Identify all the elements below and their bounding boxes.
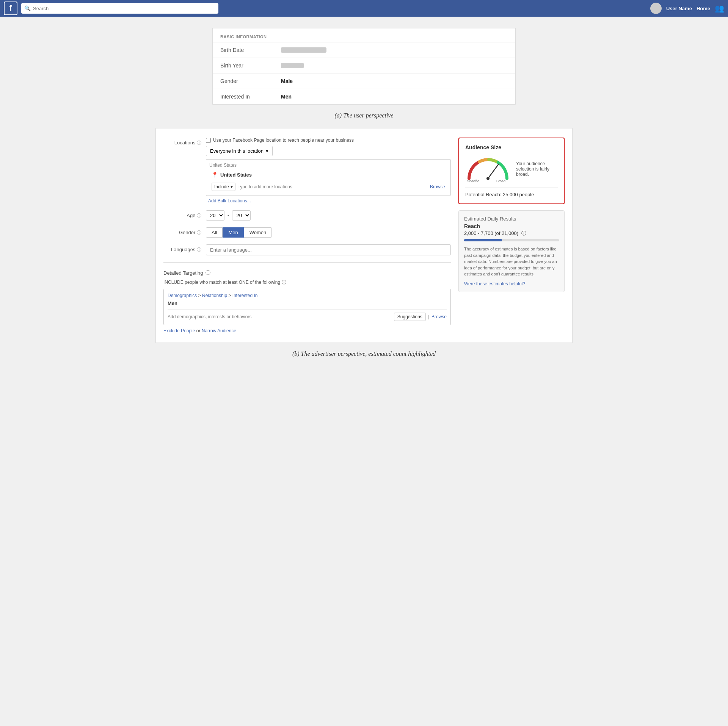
- svg-text:Specific: Specific: [467, 179, 479, 182]
- birthdate-label: Birth Date: [220, 47, 273, 53]
- age-info-icon[interactable]: ⓘ: [197, 213, 201, 218]
- interested-in-value: Men: [281, 94, 292, 100]
- section-a-panel: BASIC INFORMATION Birth Date Birth Year …: [212, 28, 516, 105]
- estimated-description: The accuracy of estimates is based on fa…: [464, 246, 559, 277]
- detailed-include-text: INCLUDE people who match at least ONE of…: [163, 279, 451, 286]
- age-to-select[interactable]: 20: [232, 210, 251, 221]
- section-divider: [163, 262, 451, 263]
- profile-section-header: BASIC INFORMATION: [213, 28, 515, 42]
- add-bulk-link[interactable]: Add Bulk Locations...: [206, 198, 451, 203]
- gender-buttons: All Men Women: [206, 227, 451, 238]
- home-nav-link[interactable]: Home: [697, 6, 710, 11]
- location-browse-link[interactable]: Browse: [430, 184, 445, 189]
- facebook-page-location-checkbox[interactable]: [206, 138, 211, 143]
- include-row: Include ▾ Browse: [209, 181, 447, 192]
- helpful-link[interactable]: Were these estimates helpful?: [464, 281, 525, 286]
- nav-right: User Name Home 👥: [650, 3, 724, 14]
- svg-point-1: [486, 177, 490, 180]
- narrow-audience-link[interactable]: Narrow Audience: [202, 328, 236, 333]
- breadcrumb-sep1: >: [198, 293, 202, 298]
- location-search-box: United States 📍 United States Include ▾: [206, 159, 451, 196]
- languages-row: Languages ⓘ: [163, 244, 451, 255]
- languages-content: [206, 244, 451, 255]
- search-input[interactable]: [33, 6, 215, 11]
- everyone-in-location-dropdown[interactable]: Everyone in this location ▾: [206, 146, 273, 156]
- birthyear-label: Birth Year: [220, 63, 273, 69]
- gender-value: Male: [281, 78, 293, 84]
- estimated-title: Estimated Daily Results: [464, 216, 559, 222]
- audience-size-title: Audience Size: [465, 144, 558, 150]
- locations-content: Use your Facebook Page location to reach…: [206, 138, 451, 203]
- reach-bar: [464, 239, 559, 241]
- age-from-select[interactable]: 20: [206, 210, 224, 221]
- estimated-info-icon[interactable]: ⓘ: [521, 230, 526, 236]
- location-pin-icon: 📍: [212, 172, 218, 178]
- facebook-logo[interactable]: f: [4, 2, 17, 15]
- location-type-input[interactable]: [238, 184, 428, 189]
- breadcrumb-demographics-link[interactable]: Demographics: [168, 293, 197, 298]
- audience-divider: [465, 188, 558, 188]
- search-bar[interactable]: 🔍: [21, 3, 218, 14]
- section-b-panel: Locations ⓘ Use your Facebook Page locat…: [155, 128, 573, 343]
- svg-line-0: [488, 164, 499, 178]
- profile-row-birthyear: Birth Year: [213, 58, 515, 73]
- gauge-chart: Specific Broad: [465, 156, 511, 182]
- targeting-add-row: Suggestions | Browse: [168, 309, 447, 321]
- exclude-people-link[interactable]: Exclude People: [163, 328, 195, 333]
- locations-checkbox-label: Use your Facebook Page location to reach…: [213, 138, 354, 143]
- avatar: [650, 3, 662, 14]
- age-content: 20 - 20: [206, 210, 451, 221]
- gender-men-button[interactable]: Men: [223, 227, 243, 238]
- targeting-value: Men: [168, 300, 447, 306]
- gender-info-icon[interactable]: ⓘ: [197, 230, 201, 235]
- audience-size-box: Audience Size: [458, 138, 565, 204]
- locations-row: Locations ⓘ Use your Facebook Page locat…: [163, 138, 451, 203]
- age-row: Age ⓘ 20 - 20: [163, 210, 451, 221]
- ad-panel: Locations ⓘ Use your Facebook Page locat…: [163, 138, 565, 333]
- location-name: United States: [220, 172, 252, 178]
- detailed-include-info-icon[interactable]: ⓘ: [282, 280, 286, 285]
- breadcrumb-interested-in-link[interactable]: Interested In: [232, 293, 258, 298]
- detailed-targeting-label: Detailed Targeting ⓘ: [163, 269, 451, 276]
- detailed-targeting-info-icon[interactable]: ⓘ: [206, 269, 210, 276]
- gender-all-button[interactable]: All: [206, 227, 223, 238]
- birthyear-value-blurred: [281, 63, 304, 68]
- suggestions-button[interactable]: Suggestions: [394, 313, 426, 321]
- gender-women-button[interactable]: Women: [244, 227, 272, 238]
- breadcrumb-relationship-link[interactable]: Relationship: [202, 293, 227, 298]
- profile-row-gender: Gender Male: [213, 73, 515, 89]
- targeting-sep: |: [428, 314, 429, 319]
- targeting-add-input[interactable]: [168, 314, 392, 319]
- profile-row-interested-in: Interested In Men: [213, 89, 515, 104]
- gender-label: Gender: [220, 78, 273, 84]
- age-label: Age ⓘ: [163, 210, 201, 219]
- exclude-row: Exclude People or Narrow Audience: [163, 328, 451, 333]
- gender-content: All Men Women: [206, 227, 451, 238]
- people-icon: 👥: [715, 4, 724, 13]
- ad-left-column: Locations ⓘ Use your Facebook Page locat…: [163, 138, 451, 333]
- dropdown-arrow-icon: ▾: [266, 148, 268, 154]
- reach-bar-fill: [464, 239, 502, 241]
- targeting-breadcrumb: Demographics > Relationship > Interested…: [168, 293, 447, 298]
- breadcrumb-sep2: >: [228, 293, 232, 298]
- language-input[interactable]: [206, 244, 451, 255]
- languages-info-icon[interactable]: ⓘ: [197, 247, 201, 252]
- svg-text:Broad: Broad: [496, 179, 505, 182]
- locations-label: Locations ⓘ: [163, 138, 201, 146]
- estimated-reach-value: 2,000 - 7,700 (of 21,000) ⓘ: [464, 230, 559, 237]
- location-search-title: United States: [209, 163, 447, 168]
- locations-info-icon[interactable]: ⓘ: [197, 140, 201, 146]
- detailed-targeting-section: Detailed Targeting ⓘ INCLUDE people who …: [163, 269, 451, 333]
- locations-checkbox-row: Use your Facebook Page location to reach…: [206, 138, 451, 143]
- exclude-or: or: [196, 328, 202, 333]
- gauge-section: Specific Broad Your audience selection i…: [465, 156, 558, 182]
- potential-reach: Potential Reach: 25,000 people: [465, 192, 558, 197]
- interested-in-label: Interested In: [220, 94, 273, 100]
- gender-form-label: Gender ⓘ: [163, 227, 201, 236]
- targeting-browse-link[interactable]: Browse: [431, 314, 447, 319]
- location-chip: 📍 United States: [209, 170, 447, 179]
- age-dash: -: [226, 212, 232, 218]
- gender-row: Gender ⓘ All Men Women: [163, 227, 451, 238]
- nav-user-name: User Name: [666, 6, 692, 11]
- include-dropdown[interactable]: Include ▾: [212, 183, 235, 191]
